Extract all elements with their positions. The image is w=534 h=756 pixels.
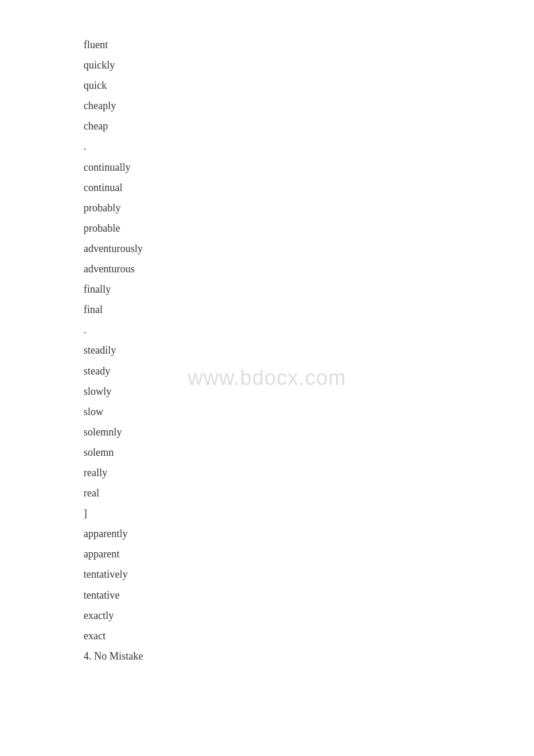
list-item: exact: [84, 626, 534, 646]
list-item: adventurous: [84, 259, 534, 279]
list-item: steadily: [84, 340, 534, 361]
list-item: quickly: [84, 55, 534, 75]
list-item: apparent: [84, 544, 534, 564]
list-item: slow: [84, 402, 534, 422]
list-item: solemn: [84, 442, 534, 463]
word-list: fluentquicklyquickcheaplycheap.continual…: [0, 0, 534, 701]
list-item: tentatively: [84, 564, 534, 585]
list-item: solemnly: [84, 422, 534, 442]
list-item: cheaply: [84, 96, 534, 116]
list-item: steady: [84, 361, 534, 381]
list-item: probable: [84, 218, 534, 239]
list-item: cheap: [84, 116, 534, 136]
list-item: 4. No Mistake: [84, 646, 534, 667]
list-item: .: [84, 136, 534, 157]
list-item: apparently: [84, 524, 534, 544]
list-item: fluent: [84, 35, 534, 55]
list-item: finally: [84, 279, 534, 300]
list-item: quick: [84, 75, 534, 96]
list-item: continually: [84, 157, 534, 178]
list-item: probably: [84, 198, 534, 218]
list-item: .: [84, 320, 534, 340]
list-item: final: [84, 300, 534, 320]
list-item: real: [84, 483, 534, 503]
list-item: continual: [84, 178, 534, 198]
list-item: ]: [84, 503, 534, 524]
list-item: slowly: [84, 381, 534, 402]
list-item: exactly: [84, 606, 534, 626]
list-item: adventurously: [84, 239, 534, 259]
list-item: tentative: [84, 585, 534, 606]
list-item: really: [84, 463, 534, 483]
